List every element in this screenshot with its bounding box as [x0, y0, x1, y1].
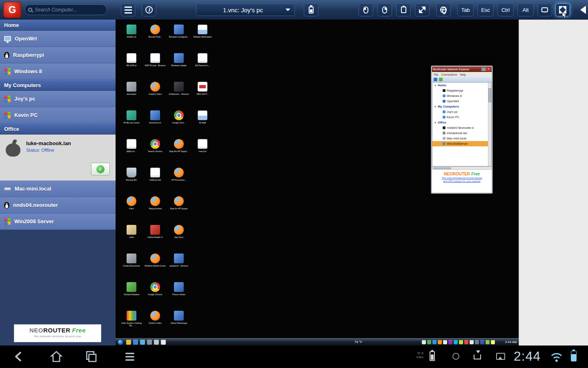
mouse-right-click-button[interactable] [377, 3, 392, 16]
horizontal-scrollbar[interactable] [432, 166, 492, 170]
key-alt-button[interactable]: Alt [517, 3, 534, 16]
tray-icon-1[interactable] [427, 340, 431, 344]
sidebar-item-windows-8[interactable]: Windows 8 [0, 63, 116, 80]
tray-icon-3[interactable] [438, 340, 442, 344]
desktop-icon[interactable]: Picture Viewer [167, 282, 191, 311]
desktop-icon[interactable]: extra [120, 225, 143, 254]
resize-button[interactable] [415, 3, 430, 16]
sidebar-item-openwrt[interactable]: OpenWrt [0, 31, 116, 47]
taskbar-app-icon-1[interactable] [133, 340, 138, 345]
key-esc-button[interactable]: Esc [477, 3, 494, 16]
taskbar-app-icon-3[interactable] [147, 340, 152, 345]
tray-icon-11[interactable] [480, 340, 484, 344]
minimize-icon[interactable] [481, 67, 486, 71]
menu-file[interactable]: File [434, 73, 438, 76]
desktop-icon[interactable]: Yahoo! Messenger [167, 311, 191, 339]
scrollbar-thumb[interactable] [433, 167, 451, 169]
tree-item-openwrt[interactable]: OpenWrt [432, 99, 491, 104]
back-button[interactable] [12, 350, 26, 363]
taskbar-app-icon-4[interactable] [154, 340, 159, 345]
footer-link-text[interactable]: The most full-featured remote access [432, 176, 492, 180]
tree-item-kevin-pc[interactable]: Kevin PC [432, 114, 491, 120]
desktop-icon[interactable]: docrecipel [120, 82, 143, 110]
sidebar-item-nnds04-neorouter[interactable]: nnds04.neorouter [0, 197, 116, 213]
desktop-icon[interactable]: Google Chro... [167, 110, 191, 139]
desktop-icon[interactable]: Stop for HP Suppor [167, 196, 191, 225]
sidebar-item-kevin-pc[interactable]: Kevin PC [0, 107, 116, 123]
remote-window-titlebar[interactable]: NeoRouter Network Explorer [432, 67, 492, 72]
tray-icon-7[interactable] [459, 340, 463, 344]
globe-button[interactable] [436, 3, 451, 16]
tree-item-home[interactable]: ▾Home [432, 83, 491, 88]
status-clock[interactable]: 2:44 [514, 349, 541, 364]
info-button[interactable]: i [142, 3, 156, 16]
vnc-remote-desktop[interactable]: WebEx.urlRemote Publ...Windows Configura… [116, 20, 519, 346]
desktop-icon[interactable]: Color System Coloring Bo... [120, 311, 143, 339]
desktop-icon[interactable]: Windows Update [167, 53, 191, 82]
tree-item-raspberrypi[interactable]: Raspberrypi [432, 88, 491, 93]
tray-icon-9[interactable] [470, 340, 474, 344]
menu-button-android[interactable] [122, 350, 137, 363]
taskbar-app-icon-2[interactable] [140, 340, 145, 345]
sidebar-item-win2008-server[interactable]: Win2008 Server [0, 213, 116, 230]
desktop-icon[interactable]: Windows Media Center [143, 254, 167, 282]
desktop-icon[interactable]: 100 Summer L... [191, 53, 214, 82]
taskbar-clock[interactable]: 2:44 AM [505, 339, 517, 346]
tray-icon-6[interactable] [454, 340, 458, 344]
toolbar-icon-1[interactable] [439, 78, 443, 81]
desktop-icon[interactable]: Stop the HP Supprt... [167, 139, 191, 168]
tray-icon-5[interactable] [448, 340, 452, 344]
desktop-icon[interactable]: WebEx.url [120, 25, 143, 53]
tree-item-my-computers[interactable]: ▾My Computers [432, 104, 491, 109]
battery-button[interactable] [304, 3, 318, 16]
tree-item-s3macbook-lan[interactable]: s3macbook.lan [432, 130, 491, 136]
desktop-icon[interactable]: Create Documents [120, 254, 143, 282]
tree-item-mac-mini-local[interactable]: Mac-mini.local [432, 136, 491, 141]
scrollbar-thumb[interactable] [488, 88, 491, 102]
desktop-icon[interactable]: 4K Blu-ray Center [120, 110, 143, 139]
desktop-icon[interactable]: RDP-Fix.bat - Shortcut [143, 53, 167, 82]
desktop-icon[interactable]: Remote Publ... [143, 25, 167, 53]
tree-item-win2008server[interactable]: Win2008Server [432, 141, 491, 146]
taskbar-app-icon-0[interactable] [126, 340, 131, 345]
desktop-icon[interactable]: VMware Workstation [191, 25, 214, 53]
desktop-icon[interactable]: HP Processes... [167, 168, 191, 196]
sidebar-item-joy-s-pc[interactable]: Joy's pc [0, 91, 116, 107]
remote-neorouter-window[interactable]: NeoRouter Network Explorer FileConnectio… [431, 65, 493, 194]
tree-item-joy-s-pc[interactable]: Joy's pc [432, 109, 491, 114]
status-battery-level-icon[interactable] [571, 351, 577, 361]
start-button[interactable] [118, 339, 123, 345]
footer-link-text[interactable]: and VPN solution for your network [432, 180, 492, 183]
menu-help[interactable]: Help [460, 73, 466, 76]
vertical-scrollbar[interactable] [488, 83, 491, 166]
desktop-icon[interactable]: AB71-6274... [191, 82, 214, 110]
desktop-icon[interactable]: Search Chrome [143, 139, 167, 168]
chat-button[interactable] [537, 3, 552, 16]
close-icon[interactable] [486, 67, 491, 71]
tray-icon-4[interactable] [443, 340, 447, 344]
app-logo-button[interactable]: G [3, 2, 21, 18]
mouse-left-click-button[interactable] [359, 3, 373, 16]
collapse-toolbar-button[interactable] [576, 3, 586, 16]
desktop-icon[interactable]: RD-3CP.txt [120, 53, 143, 82]
desktop-icon[interactable]: App Icons [167, 225, 191, 254]
desktop-icon[interactable]: pySpeech - Shortcut [167, 254, 191, 282]
desktop-icon[interactable]: Directions.txt [143, 110, 167, 139]
sidebar-computer-card-luke-macbook-lan[interactable]: luke-macbook.lanStatus: Offline✓ [0, 135, 116, 181]
desktop-icon[interactable]: Windows Configurat... [167, 25, 191, 53]
sidebar-item-raspberrypi[interactable]: Raspberrypi [0, 47, 116, 63]
sidebar-item-mac-mini-local[interactable]: Mac-mini.local [0, 181, 116, 197]
desktop-icon[interactable]: Paint [120, 196, 143, 225]
status-circle-icon[interactable] [452, 353, 459, 360]
desktop-icon[interactable]: EEELnm... [120, 139, 143, 168]
desktop-icon[interactable]: Google Chrome [143, 282, 167, 311]
connect-button[interactable]: ✓ [91, 163, 110, 175]
search-box[interactable] [24, 4, 107, 15]
recent-apps-button[interactable] [84, 350, 98, 363]
clipboard-button[interactable] [396, 3, 411, 16]
desktop-icon[interactable]: Adobe Reader X [143, 225, 167, 254]
tray-icon-2[interactable] [432, 340, 437, 344]
key-tab-button[interactable]: Tab [457, 3, 474, 16]
tray-icon-13[interactable] [491, 340, 495, 344]
tree-item-windows-8[interactable]: Windows 8 [432, 93, 491, 99]
